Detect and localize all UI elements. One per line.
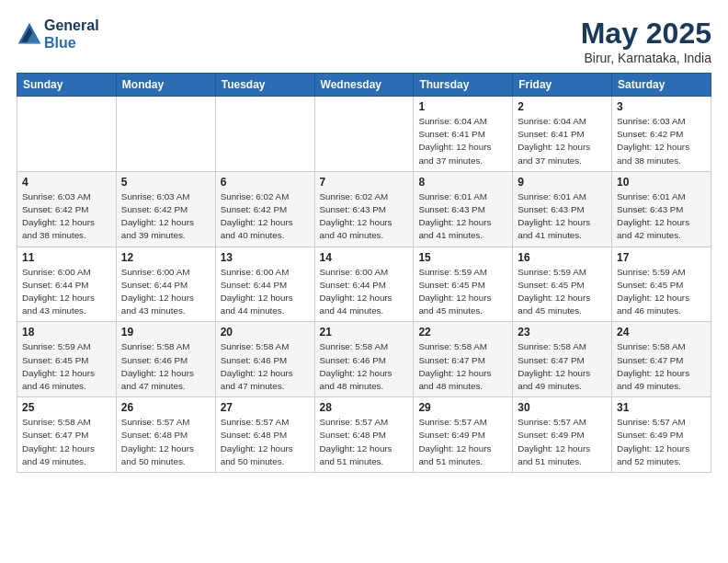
day-number: 30 [518,401,607,414]
day-info: Sunrise: 5:57 AM Sunset: 6:48 PM Dayligh… [221,416,310,468]
day-info: Sunrise: 6:03 AM Sunset: 6:42 PM Dayligh… [22,190,111,243]
day-info: Sunrise: 6:04 AM Sunset: 6:41 PM Dayligh… [518,115,607,167]
day-info: Sunrise: 5:59 AM Sunset: 6:45 PM Dayligh… [518,266,607,318]
day-info: Sunrise: 5:58 AM Sunset: 6:47 PM Dayligh… [518,340,607,393]
day-number: 7 [320,176,409,189]
logo: General Blue [17,17,99,52]
calendar-day-cell: 5Sunrise: 6:03 AM Sunset: 6:42 PM Daylig… [116,171,215,247]
day-number: 5 [121,176,210,189]
calendar-day-cell: 22Sunrise: 5:58 AM Sunset: 6:47 PM Dayli… [414,322,513,397]
calendar-day-header: Thursday [414,74,513,97]
calendar-week-row: 11Sunrise: 6:00 AM Sunset: 6:44 PM Dayli… [17,247,711,322]
calendar-header-row: SundayMondayTuesdayWednesdayThursdayFrid… [17,74,711,97]
day-number: 15 [418,251,507,264]
calendar-day-cell: 24Sunrise: 5:58 AM Sunset: 6:47 PM Dayli… [612,322,711,397]
day-info: Sunrise: 6:00 AM Sunset: 6:44 PM Dayligh… [221,266,310,318]
calendar-day-header: Tuesday [215,74,314,97]
calendar-day-cell: 26Sunrise: 5:57 AM Sunset: 6:48 PM Dayli… [116,397,215,473]
day-info: Sunrise: 6:04 AM Sunset: 6:41 PM Dayligh… [418,115,507,167]
day-info: Sunrise: 5:58 AM Sunset: 6:46 PM Dayligh… [121,340,210,393]
calendar-day-cell: 4Sunrise: 6:03 AM Sunset: 6:42 PM Daylig… [17,171,117,247]
day-number: 19 [121,326,210,339]
calendar-table: SundayMondayTuesdayWednesdayThursdayFrid… [17,73,711,473]
day-number: 6 [221,176,310,189]
day-info: Sunrise: 5:57 AM Sunset: 6:49 PM Dayligh… [418,416,507,468]
calendar-day-header: Friday [513,74,612,97]
calendar-day-cell: 11Sunrise: 6:00 AM Sunset: 6:44 PM Dayli… [17,247,117,322]
day-info: Sunrise: 6:03 AM Sunset: 6:42 PM Dayligh… [617,115,706,167]
calendar-day-cell: 10Sunrise: 6:01 AM Sunset: 6:43 PM Dayli… [612,171,711,247]
day-info: Sunrise: 6:02 AM Sunset: 6:43 PM Dayligh… [320,190,409,243]
page: General Blue May 2025 Birur, Karnataka, … [0,0,728,563]
day-number: 12 [121,251,210,264]
day-number: 11 [22,251,111,264]
calendar-day-cell: 21Sunrise: 5:58 AM Sunset: 6:46 PM Dayli… [314,322,414,397]
month-title: May 2025 [581,17,711,51]
calendar-day-cell: 29Sunrise: 5:57 AM Sunset: 6:49 PM Dayli… [414,397,513,473]
day-info: Sunrise: 6:00 AM Sunset: 6:44 PM Dayligh… [121,266,210,318]
day-number: 17 [617,251,706,264]
day-number: 10 [617,176,706,189]
calendar-empty-cell [17,97,117,172]
calendar-week-row: 25Sunrise: 5:58 AM Sunset: 6:47 PM Dayli… [17,397,711,473]
day-info: Sunrise: 6:02 AM Sunset: 6:42 PM Dayligh… [221,190,310,243]
calendar-day-cell: 16Sunrise: 5:59 AM Sunset: 6:45 PM Dayli… [513,247,612,322]
day-info: Sunrise: 6:01 AM Sunset: 6:43 PM Dayligh… [518,190,607,243]
calendar-day-cell: 19Sunrise: 5:58 AM Sunset: 6:46 PM Dayli… [116,322,215,397]
calendar-day-header: Saturday [612,74,711,97]
day-info: Sunrise: 5:59 AM Sunset: 6:45 PM Dayligh… [22,340,111,393]
day-info: Sunrise: 5:59 AM Sunset: 6:45 PM Dayligh… [418,266,507,318]
header: General Blue May 2025 Birur, Karnataka, … [17,17,711,65]
calendar-day-header: Wednesday [314,74,414,97]
calendar-day-cell: 27Sunrise: 5:57 AM Sunset: 6:48 PM Dayli… [215,397,314,473]
day-number: 24 [617,326,706,339]
calendar-day-header: Monday [116,74,215,97]
day-number: 23 [518,326,607,339]
calendar-day-cell: 2Sunrise: 6:04 AM Sunset: 6:41 PM Daylig… [513,97,612,172]
calendar-day-cell: 25Sunrise: 5:58 AM Sunset: 6:47 PM Dayli… [17,397,117,473]
day-info: Sunrise: 5:58 AM Sunset: 6:47 PM Dayligh… [418,340,507,393]
day-info: Sunrise: 5:57 AM Sunset: 6:49 PM Dayligh… [518,416,607,468]
calendar-day-cell: 3Sunrise: 6:03 AM Sunset: 6:42 PM Daylig… [612,97,711,172]
title-block: May 2025 Birur, Karnataka, India [581,17,711,65]
calendar-day-cell: 1Sunrise: 6:04 AM Sunset: 6:41 PM Daylig… [414,97,513,172]
calendar-day-cell: 30Sunrise: 5:57 AM Sunset: 6:49 PM Dayli… [513,397,612,473]
day-info: Sunrise: 6:01 AM Sunset: 6:43 PM Dayligh… [418,190,507,243]
day-info: Sunrise: 6:03 AM Sunset: 6:42 PM Dayligh… [121,190,210,243]
calendar-empty-cell [314,97,414,172]
calendar-day-cell: 14Sunrise: 6:00 AM Sunset: 6:44 PM Dayli… [314,247,414,322]
calendar-day-header: Sunday [17,74,117,97]
day-number: 14 [320,251,409,264]
day-number: 4 [22,176,111,189]
day-number: 27 [221,401,310,414]
day-number: 1 [418,100,507,113]
calendar-day-cell: 6Sunrise: 6:02 AM Sunset: 6:42 PM Daylig… [215,171,314,247]
day-number: 20 [221,326,310,339]
calendar-day-cell: 9Sunrise: 6:01 AM Sunset: 6:43 PM Daylig… [513,171,612,247]
calendar-day-cell: 20Sunrise: 5:58 AM Sunset: 6:46 PM Dayli… [215,322,314,397]
day-info: Sunrise: 5:57 AM Sunset: 6:49 PM Dayligh… [617,416,706,468]
day-number: 13 [221,251,310,264]
calendar-day-cell: 31Sunrise: 5:57 AM Sunset: 6:49 PM Dayli… [612,397,711,473]
calendar-week-row: 1Sunrise: 6:04 AM Sunset: 6:41 PM Daylig… [17,97,711,172]
day-number: 21 [320,326,409,339]
day-info: Sunrise: 5:58 AM Sunset: 6:46 PM Dayligh… [221,340,310,393]
day-info: Sunrise: 6:00 AM Sunset: 6:44 PM Dayligh… [22,266,111,318]
calendar-day-cell: 17Sunrise: 5:59 AM Sunset: 6:45 PM Dayli… [612,247,711,322]
logo-icon [17,21,42,47]
day-number: 3 [617,100,706,113]
calendar-day-cell: 12Sunrise: 6:00 AM Sunset: 6:44 PM Dayli… [116,247,215,322]
calendar-week-row: 18Sunrise: 5:59 AM Sunset: 6:45 PM Dayli… [17,322,711,397]
day-number: 31 [617,401,706,414]
day-number: 29 [418,401,507,414]
day-number: 16 [518,251,607,264]
day-number: 25 [22,401,111,414]
day-number: 22 [418,326,507,339]
day-number: 26 [121,401,210,414]
day-info: Sunrise: 6:01 AM Sunset: 6:43 PM Dayligh… [617,190,706,243]
calendar-week-row: 4Sunrise: 6:03 AM Sunset: 6:42 PM Daylig… [17,171,711,247]
day-number: 8 [418,176,507,189]
day-number: 9 [518,176,607,189]
day-number: 18 [22,326,111,339]
day-info: Sunrise: 5:58 AM Sunset: 6:47 PM Dayligh… [617,340,706,393]
